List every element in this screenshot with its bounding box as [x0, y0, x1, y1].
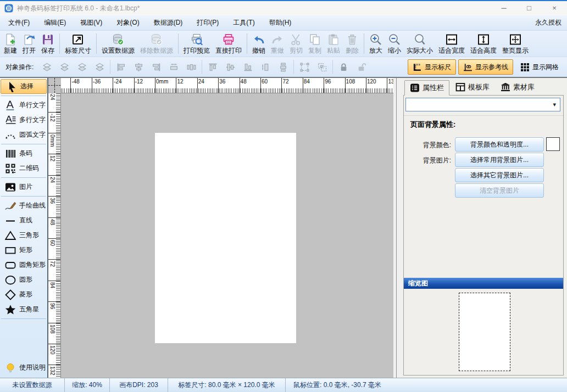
tab-materials[interactable]: 素材库 [496, 80, 540, 95]
menu-object[interactable]: 对象(O) [109, 15, 146, 30]
close-button[interactable]: × [542, 1, 567, 15]
tool-line[interactable]: 直线 [0, 213, 47, 228]
menu-edit[interactable]: 编辑(E) [37, 15, 73, 30]
combo-separator [404, 115, 563, 116]
ruler-major-tick [260, 78, 261, 93]
fit-height-button[interactable]: 适合高度 [468, 32, 499, 55]
tool-freehand[interactable]: 手绘曲线 [0, 198, 47, 213]
tool-multi-line-text[interactable]: 多行文字 [0, 113, 47, 127]
work-area: -48-36-24-120mm1224364860728496108120132… [48, 78, 401, 378]
actual-size-button[interactable]: 实际大小 [404, 32, 436, 55]
tool-arc-text[interactable]: 圆弧文字 [0, 127, 47, 142]
panel-splitter[interactable] [393, 78, 400, 378]
choose-other-bg-button[interactable]: 选择其它背景图片... [455, 168, 544, 182]
design-canvas[interactable] [61, 93, 393, 378]
tool-triangle[interactable]: 三角形 [0, 228, 47, 243]
guide-icon [463, 63, 472, 72]
toolbar-item-label: 新建 [4, 47, 17, 54]
menu-datasource[interactable]: 数据源(D) [147, 15, 190, 30]
zoom-out-button[interactable]: 缩小 [385, 32, 404, 55]
open-doc-button[interactable]: 打开 [20, 32, 38, 55]
help-button[interactable]: 使用说明 [0, 360, 47, 375]
ruler-label: 132 [388, 79, 393, 85]
fit-page-button[interactable]: 整页显示 [499, 32, 531, 55]
toggle-label: 显示网格 [532, 63, 559, 72]
tool-image[interactable]: 图片 [0, 180, 47, 194]
bg-color-swatch[interactable] [546, 137, 560, 151]
tool-label: 二维码 [19, 164, 39, 173]
label-size-button[interactable]: 标签尺寸 [62, 32, 94, 55]
tool-single-line-text[interactable]: 单行文字 [0, 98, 47, 113]
ruler-label: 72 [49, 261, 55, 267]
menu-print[interactable]: 打印(P) [190, 15, 226, 30]
ruler-label: -24 [49, 93, 55, 100]
ruler-label: 24 [49, 177, 55, 183]
set-datasource-button[interactable]: 设置数据源 [99, 32, 137, 55]
menu-help[interactable]: 帮助(H) [262, 15, 299, 30]
toolbar-separator [247, 33, 247, 54]
tool-diamond[interactable]: 菱形 [0, 287, 47, 302]
tab-properties[interactable]: 属性栏 [404, 80, 449, 96]
toolbar-item-label: 打开 [23, 47, 36, 54]
remove-datasource-button: 移除数据源 [137, 32, 176, 55]
new-doc-icon [4, 33, 17, 46]
menu-file[interactable]: 文件(F) [1, 15, 37, 30]
bg-color-button[interactable]: 背景颜色和透明度... [455, 137, 544, 152]
thumbnail-header: 缩览图 [404, 278, 563, 289]
label-page[interactable] [155, 133, 296, 343]
v-ruler: -24-120mm1224364860728496108120132 [48, 93, 61, 378]
maximize-button[interactable]: □ [516, 1, 542, 15]
tab-templates[interactable]: 模板库 [451, 80, 494, 95]
bulb-icon [4, 362, 17, 373]
fit-width-button[interactable]: 适合宽度 [436, 32, 468, 55]
bg-color-label: 背景颜色: [404, 141, 451, 150]
tool-rounded-rect[interactable]: 圆角矩形 [0, 257, 47, 272]
tool-rectangle[interactable]: 矩形 [0, 243, 47, 257]
save-icon [41, 33, 54, 46]
print-preview-button[interactable]: 打印预览 [181, 32, 213, 55]
ruler-label: 132 [49, 366, 55, 376]
tool-star[interactable]: 五角星 [0, 302, 47, 317]
ruler-label: 0mm [156, 79, 168, 85]
tool-label: 条码 [19, 149, 32, 158]
new-doc-button[interactable]: 新建 [1, 32, 20, 55]
dropdown-arrow-icon: ▾ [553, 101, 556, 108]
show-grid-toggle[interactable]: 显示网格 [515, 59, 564, 75]
ruler-major-tick [48, 365, 60, 365]
tool-barcode[interactable]: 条码 [0, 146, 47, 161]
show-guides-toggle[interactable]: 显示参考线 [458, 59, 513, 75]
menu-view[interactable]: 视图(V) [73, 15, 109, 30]
menu-tools[interactable]: 工具(T) [226, 15, 262, 30]
show-ruler-toggle[interactable]: 显示标尺 [408, 59, 456, 75]
tool-select[interactable]: 选择 [1, 79, 47, 94]
save-button[interactable]: 保存 [38, 32, 57, 55]
zoom-in-button[interactable]: 放大 [366, 32, 385, 55]
tool-qrcode[interactable]: 二维码 [0, 161, 47, 176]
print-preview-icon [190, 33, 203, 46]
menu-items: 文件(F)编辑(E)视图(V)对象(O)数据源(D)打印(P)工具(T)帮助(H… [1, 15, 298, 30]
ruler-major-tick [70, 78, 71, 93]
freehand-icon [4, 200, 17, 211]
minimize-button[interactable]: ─ [491, 1, 516, 15]
ruler-major-tick [240, 78, 240, 93]
tool-circle[interactable]: 圆形 [0, 272, 47, 287]
templates-icon [455, 82, 465, 92]
undo-button[interactable]: 撤销 [249, 32, 268, 55]
select-icon [5, 81, 18, 92]
ruler-label: -12 [135, 79, 143, 85]
object-selector-dropdown[interactable]: ▾ [405, 98, 560, 111]
choose-common-bg-button[interactable]: 选择常用背景图片... [455, 153, 544, 167]
distribute-h-icon [184, 60, 198, 74]
delete-button: 删除 [343, 32, 362, 55]
align-middle-v-icon [223, 60, 237, 74]
ruler-label: 48 [241, 79, 247, 85]
send-to-back-icon [92, 60, 107, 74]
tool-label: 图片 [19, 182, 32, 192]
barcode-icon [4, 148, 17, 159]
sidebar-separator [1, 96, 46, 96]
paste-button: 粘贴 [324, 32, 343, 55]
redo-button: 重做 [268, 32, 287, 55]
direct-print-button[interactable]: 直接打印 [213, 32, 244, 55]
direct-print-icon [222, 33, 235, 46]
h-ruler-ticks [61, 88, 393, 93]
